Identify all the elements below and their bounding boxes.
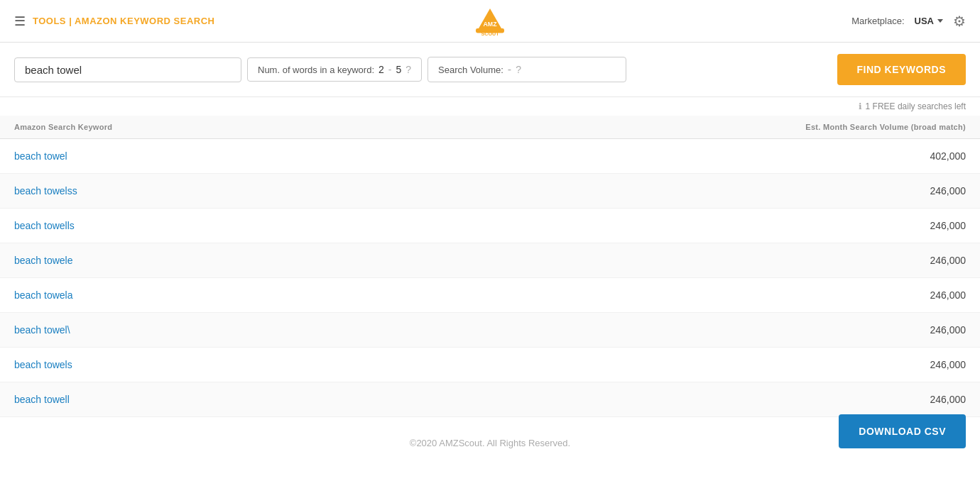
copyright-text: ©2020 AMZScout. All Rights Reserved. <box>410 438 570 448</box>
chevron-down-icon <box>937 19 943 23</box>
volume-cell: 402,000 <box>393 139 980 174</box>
keyword-input-wrap <box>14 57 241 82</box>
table-row: beach towel\ 246,000 <box>0 313 980 348</box>
table-row: beach towel 402,000 <box>0 139 980 174</box>
search-volume-label: Search Volume: <box>438 65 503 75</box>
logo: AMZ SCOUT <box>473 6 507 37</box>
volume-cell: 246,000 <box>393 174 980 209</box>
gear-icon[interactable]: ⚙ <box>953 13 966 30</box>
keyword-cell[interactable]: beach towels <box>0 348 393 382</box>
free-searches-text: 1 FREE daily searches left <box>866 101 966 111</box>
footer: ©2020 AMZScout. All Rights Reserved. DOW… <box>0 428 980 458</box>
menu-icon[interactable]: ☰ <box>14 13 26 29</box>
tools-label: TOOLS <box>33 16 66 26</box>
marketplace-label: Marketplace: <box>851 16 904 26</box>
volume-cell: 246,000 <box>393 243 980 278</box>
separator: | <box>69 16 75 26</box>
table-row: "beach towels 246,000 <box>0 417 980 429</box>
volume-cell: 246,000 <box>393 313 980 348</box>
table-row: beach towells 246,000 <box>0 209 980 243</box>
search-volume-help-icon[interactable]: ? <box>516 64 521 75</box>
table-row: beach towels 246,000 <box>0 348 980 382</box>
keyword-cell[interactable]: beach towel\ <box>0 313 393 348</box>
search-area: Num. of words in a keyword: 2 - 5 ? Sear… <box>0 43 980 97</box>
num-max-value: 5 <box>396 64 401 75</box>
info-icon: ℹ <box>859 101 862 111</box>
free-searches-note: ℹ 1 FREE daily searches left <box>0 97 980 116</box>
keyword-cell[interactable]: "beach towels <box>0 417 393 429</box>
keyword-cell[interactable]: beach towela <box>0 278 393 313</box>
table-row: beach towell 246,000 <box>0 382 980 417</box>
header-left: ☰ TOOLS | AMAZON KEYWORD SEARCH <box>14 13 215 29</box>
num-words-wrap: Num. of words in a keyword: 2 - 5 ? <box>247 57 422 82</box>
keyword-cell[interactable]: beach towelss <box>0 174 393 209</box>
col-keyword-header: Amazon Search Keyword <box>0 116 393 139</box>
page-title: AMAZON KEYWORD SEARCH <box>75 16 215 26</box>
col-volume-header: Est. Month Search Volume (broad match) <box>393 116 980 139</box>
find-keywords-button[interactable]: FIND KEYWORDS <box>837 54 967 85</box>
volume-cell: 246,000 <box>393 278 980 313</box>
table-row: beach towela 246,000 <box>0 278 980 313</box>
amzscout-logo: AMZ SCOUT <box>473 6 507 37</box>
keyword-input[interactable] <box>25 64 231 76</box>
results-table-container: Amazon Search Keyword Est. Month Search … <box>0 116 980 428</box>
download-csv-button[interactable]: DOWNLOAD CSV <box>839 414 966 448</box>
num-separator: - <box>388 64 392 75</box>
header-title: TOOLS | AMAZON KEYWORD SEARCH <box>33 16 215 26</box>
table-row: beach towele 246,000 <box>0 243 980 278</box>
keyword-cell[interactable]: beach towele <box>0 243 393 278</box>
volume-cell: 246,000 <box>393 348 980 382</box>
volume-cell: 246,000 <box>393 382 980 417</box>
header-center: AMZ SCOUT <box>473 6 507 37</box>
volume-cell: 246,000 <box>393 209 980 243</box>
keyword-cell[interactable]: beach towells <box>0 209 393 243</box>
header: ☰ TOOLS | AMAZON KEYWORD SEARCH AMZ SCOU… <box>0 0 980 43</box>
marketplace-select[interactable]: USA <box>915 16 943 26</box>
num-words-help-icon[interactable]: ? <box>405 64 411 75</box>
header-right: Marketplace: USA ⚙ <box>851 13 966 30</box>
num-min-value: 2 <box>379 64 384 75</box>
search-vol-wrap: Search Volume: - ? <box>428 57 626 82</box>
svg-text:SCOUT: SCOUT <box>481 30 499 36</box>
svg-text:AMZ: AMZ <box>483 20 497 27</box>
table-row: beach towelss 246,000 <box>0 174 980 209</box>
results-table: Amazon Search Keyword Est. Month Search … <box>0 116 980 428</box>
search-volume-dash: - <box>508 63 511 76</box>
num-words-label: Num. of words in a keyword: <box>258 65 374 75</box>
keyword-cell[interactable]: beach towell <box>0 382 393 417</box>
table-header-row: Amazon Search Keyword Est. Month Search … <box>0 116 980 139</box>
keyword-cell[interactable]: beach towel <box>0 139 393 174</box>
